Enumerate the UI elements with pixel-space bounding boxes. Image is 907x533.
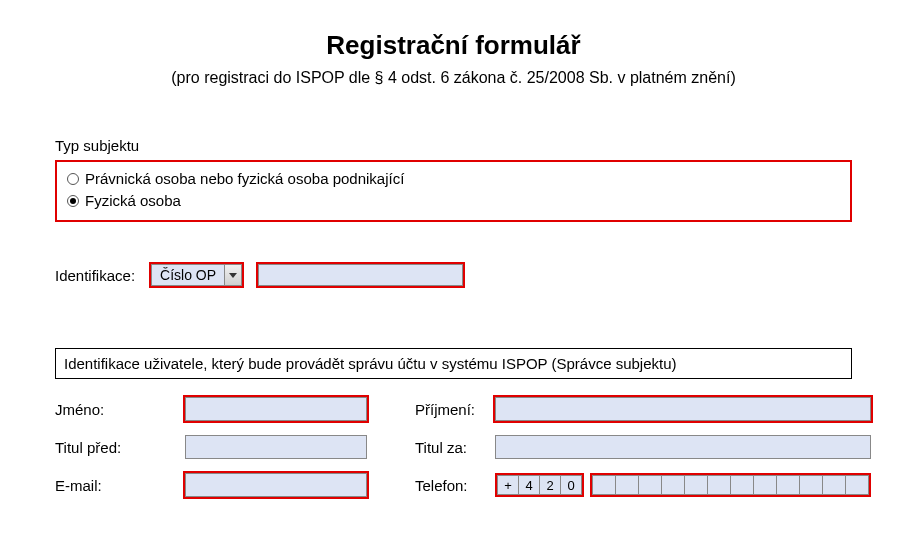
- radio-option-natural-person[interactable]: Fyzická osoba: [67, 190, 840, 212]
- page-title: Registrační formulář: [55, 30, 852, 61]
- phone-cell[interactable]: [799, 475, 823, 495]
- phone-cell[interactable]: [638, 475, 662, 495]
- phone-cell[interactable]: 2: [539, 475, 561, 495]
- user-section-heading: Identifikace uživatele, který bude prová…: [55, 348, 852, 379]
- phone-cell[interactable]: [592, 475, 616, 495]
- telefon-input-group: + 4 2 0: [495, 473, 871, 497]
- prijmeni-label: Příjmení:: [385, 401, 495, 418]
- titul-za-label: Titul za:: [385, 439, 495, 456]
- titul-pred-input[interactable]: [185, 435, 367, 459]
- phone-cell[interactable]: [615, 475, 639, 495]
- jmeno-label: Jméno:: [55, 401, 185, 418]
- chevron-down-icon: [224, 264, 242, 286]
- phone-cell[interactable]: [707, 475, 731, 495]
- jmeno-input[interactable]: [185, 397, 367, 421]
- radio-icon: [67, 173, 79, 185]
- phone-cell[interactable]: 4: [518, 475, 540, 495]
- identification-select-value: Číslo OP: [151, 264, 224, 286]
- phone-cell[interactable]: [730, 475, 754, 495]
- phone-cell[interactable]: [822, 475, 846, 495]
- identification-number-input[interactable]: [258, 264, 463, 286]
- email-label: E-mail:: [55, 477, 185, 494]
- phone-cell[interactable]: [753, 475, 777, 495]
- phone-cell[interactable]: [845, 475, 869, 495]
- subject-type-group: Právnická osoba nebo fyzická osoba podni…: [55, 160, 852, 222]
- identification-label: Identifikace:: [55, 267, 135, 284]
- page-subtitle: (pro registraci do ISPOP dle § 4 odst. 6…: [55, 69, 852, 87]
- subject-type-label: Typ subjektu: [55, 137, 852, 154]
- phone-cell[interactable]: [776, 475, 800, 495]
- email-input[interactable]: [185, 473, 367, 497]
- phone-cell[interactable]: [661, 475, 685, 495]
- titul-pred-label: Titul před:: [55, 439, 185, 456]
- identification-select[interactable]: Číslo OP: [149, 262, 244, 288]
- radio-label: Fyzická osoba: [85, 190, 181, 212]
- phone-cell[interactable]: 0: [560, 475, 582, 495]
- radio-option-legal-person[interactable]: Právnická osoba nebo fyzická osoba podni…: [67, 168, 840, 190]
- prijmeni-input[interactable]: [495, 397, 871, 421]
- radio-label: Právnická osoba nebo fyzická osoba podni…: [85, 168, 404, 190]
- telefon-prefix[interactable]: + 4 2 0: [495, 473, 584, 497]
- telefon-label: Telefon:: [385, 477, 495, 494]
- user-fields-grid: Jméno: Příjmení: Titul před: Titul za: E…: [55, 397, 852, 497]
- titul-za-input[interactable]: [495, 435, 871, 459]
- phone-cell[interactable]: +: [497, 475, 519, 495]
- phone-cell[interactable]: [684, 475, 708, 495]
- telefon-number[interactable]: [590, 473, 871, 497]
- radio-icon: [67, 195, 79, 207]
